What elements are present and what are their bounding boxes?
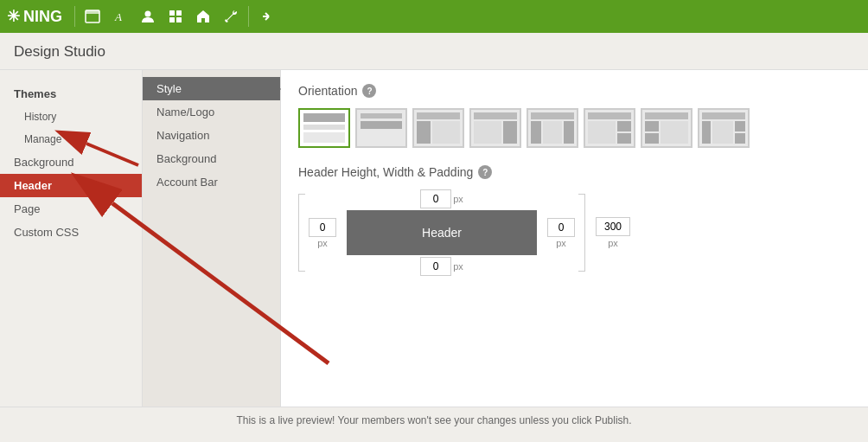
- asterisk-icon: ✳: [7, 7, 20, 26]
- left-padding-group: px: [309, 218, 336, 248]
- sidebar-manage-label: Manage: [24, 133, 61, 145]
- orientation-option-5[interactable]: [527, 108, 578, 148]
- dims-left-border: [298, 194, 305, 272]
- sidebar-item-themes[interactable]: Themes: [0, 79, 142, 106]
- grid-apps-icon[interactable]: [163, 4, 188, 29]
- layout1-content: [303, 132, 345, 143]
- subnav-navigation-label: Navigation: [156, 129, 209, 142]
- layout2-top: [361, 113, 402, 119]
- bottom-padding-row: px: [420, 257, 463, 276]
- subnav-background[interactable]: Background: [143, 147, 280, 170]
- bottom-px-label: px: [453, 261, 463, 272]
- sidebar-themes-label: Themes: [14, 87, 56, 100]
- orientation-grid: [298, 108, 851, 148]
- layout3-main: [432, 121, 460, 144]
- layout6-s2: [617, 133, 631, 144]
- bottom-padding-input[interactable]: [420, 257, 451, 276]
- middle-row: px Header px: [309, 210, 575, 255]
- subnav-navigation[interactable]: Navigation: [143, 124, 280, 147]
- orientation-option-8[interactable]: [698, 108, 750, 148]
- orientation-section-title: Orientation ?: [298, 84, 851, 98]
- layout3-sidebar: [417, 121, 431, 144]
- subnav-name-logo[interactable]: Name/Logo: [143, 100, 280, 124]
- right-padding-input[interactable]: [547, 218, 575, 237]
- orientation-option-7[interactable]: [641, 108, 692, 148]
- right-padding-group: px: [547, 218, 575, 248]
- layout2-header: [361, 121, 402, 129]
- subnav-name-logo-label: Name/Logo: [156, 106, 214, 119]
- layout4-sidebar: [503, 121, 517, 144]
- layout6-top: [588, 112, 631, 119]
- sidebar-item-header[interactable]: Header: [0, 174, 142, 197]
- sidebar-item-background[interactable]: Background: [0, 151, 142, 174]
- top-padding-input[interactable]: [420, 189, 451, 208]
- logo-text: NING: [23, 8, 62, 26]
- orientation-help-icon[interactable]: ?: [362, 84, 376, 98]
- subnav-style[interactable]: Style: [143, 77, 280, 100]
- subnav-background-label: Background: [156, 152, 216, 165]
- left-px-label: px: [317, 238, 328, 248]
- ning-logo[interactable]: ✳ NING: [7, 7, 62, 26]
- svg-rect-4: [169, 10, 175, 16]
- layout7-s1: [645, 121, 659, 131]
- orientation-option-4[interactable]: [469, 108, 521, 148]
- page-title: Design Studio: [0, 33, 868, 70]
- left-sidebar: Themes History Manage Background Header …: [0, 70, 143, 407]
- header-dims-section: Header Height, Width & Padding ? px: [298, 165, 851, 276]
- header-dims-help-icon[interactable]: ?: [478, 165, 492, 179]
- layout6-s1: [617, 121, 631, 131]
- page-title-text: Design Studio: [14, 43, 105, 60]
- width-input[interactable]: [596, 217, 630, 236]
- header-preview-label: Header: [422, 226, 462, 240]
- layout8-rightcols: [735, 121, 745, 144]
- layout4-main: [474, 121, 501, 144]
- top-px-label: px: [453, 194, 463, 204]
- subnav-account-bar[interactable]: Account Bar: [143, 170, 280, 194]
- layout1-nav: [303, 125, 345, 130]
- subnav-arrow: [272, 80, 281, 98]
- width-px-label: px: [608, 238, 618, 248]
- orientation-option-3[interactable]: [412, 108, 464, 148]
- subnav-style-label: Style: [156, 82, 182, 95]
- svg-rect-7: [176, 17, 182, 22]
- layout4-cols: [474, 121, 517, 144]
- nav-separator: [74, 6, 75, 27]
- layout5-cols: [531, 121, 574, 144]
- top-padding-row: px: [420, 189, 463, 208]
- sidebar-item-page[interactable]: Page: [0, 197, 142, 221]
- orientation-title-text: Orientation: [298, 84, 357, 98]
- dims-center: px px Header: [309, 189, 575, 276]
- sidebar-background-label: Background: [14, 156, 73, 169]
- layout8-top: [702, 112, 745, 119]
- user-icon[interactable]: [136, 4, 160, 29]
- layout7-top: [645, 112, 688, 119]
- content-area: Orientation ?: [281, 70, 868, 407]
- text-edit-icon[interactable]: A: [108, 4, 132, 29]
- width-input-group: px: [596, 217, 630, 248]
- layout8-cols: [702, 121, 745, 144]
- svg-rect-5: [176, 10, 182, 16]
- header-dims-title-text: Header Height, Width & Padding: [298, 165, 473, 179]
- orientation-option-1[interactable]: [298, 108, 350, 148]
- layout8-left: [702, 121, 711, 144]
- layout5-main: [543, 121, 562, 144]
- main-layout: Themes History Manage Background Header …: [0, 70, 868, 407]
- dims-layout: px px Header: [298, 189, 851, 276]
- tools-icon[interactable]: [219, 4, 243, 29]
- svg-text:A: A: [114, 10, 122, 23]
- arrow-icon[interactable]: [254, 4, 278, 29]
- left-padding-input[interactable]: [309, 218, 336, 237]
- home-icon[interactable]: [191, 4, 215, 29]
- browser-tab-icon[interactable]: [80, 4, 105, 29]
- sidebar-custom-css-label: Custom CSS: [14, 226, 79, 239]
- orientation-option-6[interactable]: [584, 108, 635, 148]
- layout6-cols: [588, 121, 631, 144]
- orientation-option-2[interactable]: [355, 108, 407, 148]
- sidebar-item-manage[interactable]: Manage: [0, 128, 142, 151]
- layout7-sidecols: [645, 121, 659, 144]
- layout2-content: [361, 131, 402, 143]
- svg-point-3: [145, 11, 151, 17]
- sidebar-item-history[interactable]: History: [0, 106, 142, 128]
- sidebar-item-custom-css[interactable]: Custom CSS: [0, 221, 142, 244]
- right-px-label: px: [556, 238, 566, 248]
